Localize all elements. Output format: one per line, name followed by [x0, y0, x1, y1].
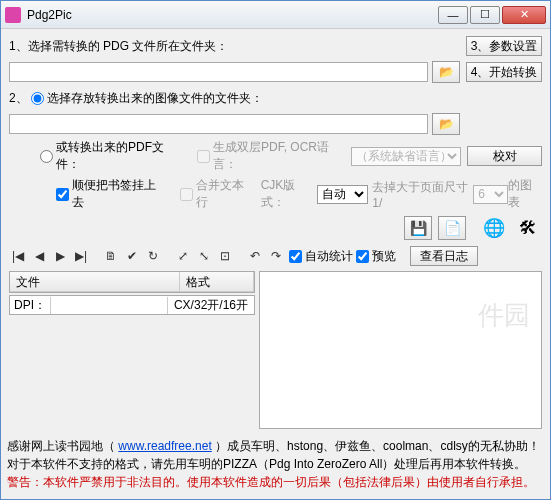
- footer-1a: 感谢网上读书园地（: [7, 439, 118, 453]
- titlebar: Pdg2Pic — ☐ ✕: [1, 1, 550, 29]
- check-button[interactable]: ✔: [123, 247, 141, 265]
- footer-1b: ）成员车明、hstong、伊兹鱼、coolman、cdlsy的无私协助！: [215, 439, 540, 453]
- save-icon: 💾: [410, 220, 427, 236]
- start-button[interactable]: 4、开始转换: [466, 62, 542, 82]
- step2-prefix: 2、: [9, 90, 28, 107]
- dual-pdf-check: [197, 150, 210, 163]
- view-log-button[interactable]: 查看日志: [410, 246, 478, 266]
- app-window: Pdg2Pic — ☐ ✕ 1、选择需转换的 PDG 文件所在文件夹： 3、参数…: [0, 0, 551, 500]
- pdf-icon: 📄: [444, 220, 461, 236]
- dest-path-input[interactable]: [9, 114, 428, 134]
- step1-label: 1、选择需转换的 PDG 文件所在文件夹：: [9, 38, 228, 55]
- maximize-button[interactable]: ☐: [470, 6, 500, 24]
- zoom-in-button[interactable]: ⤢: [174, 247, 192, 265]
- preview-pane: [259, 271, 542, 429]
- params-button[interactable]: 3、参数设置: [466, 36, 542, 56]
- browse-source-button[interactable]: 📂: [432, 61, 460, 83]
- output-pdf-radio[interactable]: [40, 150, 53, 163]
- step2-label: 选择存放转换出来的图像文件的文件夹：: [47, 90, 263, 107]
- zoom-out-button[interactable]: ⤡: [195, 247, 213, 265]
- proofread-button[interactable]: 校对: [467, 146, 542, 166]
- dpi-label: DPI：: [10, 297, 51, 314]
- fit-button[interactable]: ⊡: [216, 247, 234, 265]
- ocr-lang-select: （系统缺省语言）: [351, 147, 461, 166]
- prev-button[interactable]: ◀: [30, 247, 48, 265]
- browse-dest-button[interactable]: 📂: [432, 113, 460, 135]
- first-button[interactable]: |◀: [9, 247, 27, 265]
- rotate-right-button[interactable]: ↷: [267, 247, 285, 265]
- output-image-radio[interactable]: [31, 92, 44, 105]
- doc-button[interactable]: 🗎: [102, 247, 120, 265]
- dual-pdf-label: 生成双层PDF, OCR语言：: [213, 139, 351, 173]
- export-pdf-button[interactable]: 📄: [438, 216, 466, 240]
- footer: 感谢网上读书园地（ www.readfree.net ）成员车明、hstong、…: [1, 433, 550, 499]
- next-button[interactable]: ▶: [51, 247, 69, 265]
- pdf-radio-label: 或转换出来的PDF文件：: [56, 139, 186, 173]
- chart-suffix-label: 的图表: [508, 177, 542, 211]
- folder-icon: 📂: [439, 65, 454, 79]
- refresh-button[interactable]: ↻: [144, 247, 162, 265]
- cx-label: CX/32开/16开: [167, 297, 254, 314]
- bookmark-label: 顺便把书签挂上去: [72, 177, 164, 211]
- bookmark-check[interactable]: [56, 188, 69, 201]
- preview-label: 预览: [372, 248, 396, 265]
- app-icon: [5, 7, 21, 23]
- file-list[interactable]: 文件 格式: [9, 271, 255, 293]
- cjk-label: CJK版式：: [261, 177, 317, 211]
- save-button[interactable]: 💾: [404, 216, 432, 240]
- folder-icon: 📂: [439, 117, 454, 131]
- merge-line-check: [180, 188, 193, 201]
- last-button[interactable]: ▶|: [72, 247, 90, 265]
- cutsize-label: 去掉大于页面尺寸1/: [372, 179, 473, 210]
- readfree-link[interactable]: www.readfree.net: [118, 439, 211, 453]
- tools-icon[interactable]: 🛠: [514, 215, 542, 241]
- cjk-select[interactable]: 自动: [317, 185, 369, 204]
- dpi-bar: DPI： CX/32开/16开: [9, 295, 255, 315]
- preview-check[interactable]: [356, 250, 369, 263]
- autostat-check[interactable]: [289, 250, 302, 263]
- list-header: 文件 格式: [10, 272, 254, 292]
- minimize-button[interactable]: —: [438, 6, 468, 24]
- footer-warning: 警告：本软件严禁用于非法目的。使用本软件造成的一切后果（包括法律后果）由使用者自…: [7, 473, 544, 491]
- fraction-select: 6: [473, 185, 507, 204]
- format-col-header[interactable]: 格式: [180, 272, 254, 291]
- close-button[interactable]: ✕: [502, 6, 546, 24]
- globe-icon[interactable]: 🌐: [480, 215, 508, 241]
- footer-2: 对于本软件不支持的格式，请先用车明的PIZZA（Pdg Into ZeroZer…: [7, 455, 544, 473]
- merge-line-label: 合并文本行: [196, 177, 253, 211]
- window-title: Pdg2Pic: [27, 8, 438, 22]
- nav-toolbar: |◀ ◀ ▶ ▶| 🗎 ✔ ↻ ⤢ ⤡ ⊡ ↶ ↷: [9, 245, 285, 267]
- file-col-header[interactable]: 文件: [10, 272, 180, 291]
- autostat-label: 自动统计: [305, 248, 353, 265]
- rotate-left-button[interactable]: ↶: [246, 247, 264, 265]
- source-path-input[interactable]: [9, 62, 428, 82]
